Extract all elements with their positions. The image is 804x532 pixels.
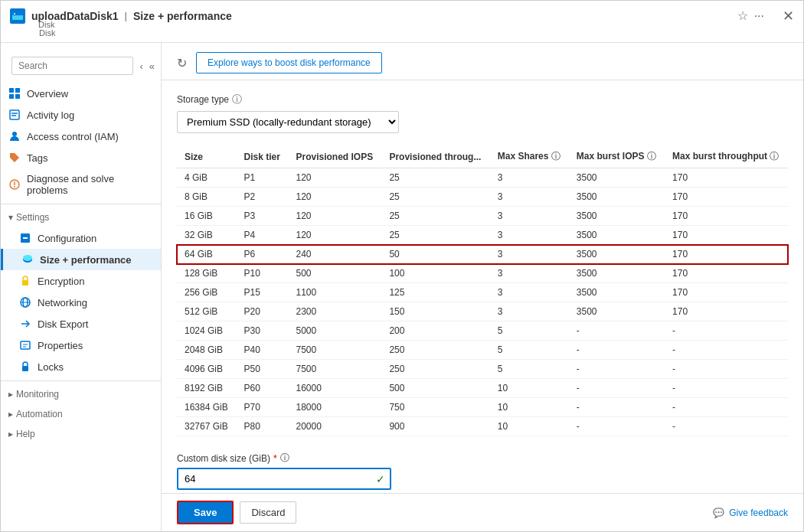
cell-max_burst_iops: 3500 [569,245,665,264]
save-button[interactable]: Save [177,501,234,524]
svg-rect-18 [22,280,28,286]
table-row[interactable]: 8192 GiBP601600050010-- [177,379,788,398]
size-icon [21,253,34,266]
page-title: Size + performance [133,10,232,22]
sidebar-item-tags[interactable]: Tags [1,147,161,168]
chevron-right-icon: ▸ [8,409,13,419]
resource-type-bar: Disk [1,28,803,43]
cell-size: 4096 GiB [177,360,236,379]
max-burst-throughput-info-icon[interactable]: ⓘ [770,151,779,162]
table-body: 4 GiBP112025335001708 GiBP21202533500170… [177,168,788,436]
storage-type-label: Storage type ⓘ [177,93,788,106]
cell-max_burst_throughput: 170 [665,302,788,321]
resource-type: Disk [38,20,54,29]
cell-max_shares: 3 [490,226,569,245]
locks-icon [19,361,31,373]
cell-size: 32767 GiB [177,417,236,436]
feedback-label: Give feedback [729,508,788,518]
table-row[interactable]: 16384 GiBP701800075010-- [177,398,788,417]
feedback-icon: 💬 [713,508,724,518]
chevron-down-icon: ▾ [8,212,13,223]
sidebar-item-properties[interactable]: Properties [1,335,161,356]
table-row[interactable]: 512 GiBP20230015033500170 [177,302,788,321]
table-row[interactable]: 256 GiBP15110012533500170 [177,283,788,302]
cell-provisioned_throughput: 750 [381,398,489,417]
content-topbar: ↻ Explore ways to boost disk performance [162,43,803,80]
sidebar-group-help[interactable]: ▸ Help [1,424,161,444]
storage-type-select[interactable]: Premium SSD (locally-redundant storage) … [177,111,399,133]
sidebar-top: ‹ « [1,49,161,83]
refresh-icon[interactable]: ↻ [177,56,187,70]
sidebar-item-label: Disk Export [38,318,88,330]
table-row[interactable]: 32767 GiBP802000090010-- [177,417,788,436]
table-row[interactable]: 4 GiBP11202533500170 [177,168,788,188]
explore-button[interactable]: Explore ways to boost disk performance [196,52,382,73]
cell-max_burst_iops: 3500 [569,264,665,283]
nav-collapse-icon[interactable]: « [146,57,158,75]
cell-provisioned_iops: 7500 [288,360,381,379]
cell-provisioned_throughput: 100 [381,264,489,283]
performance-table-wrapper: Size Disk tier Provisioned IOPS Provisio… [177,145,788,436]
svg-point-13 [14,186,15,188]
feedback-section[interactable]: 💬 Give feedback [713,508,788,518]
cell-size: 32 GiB [177,226,236,245]
sidebar-group-settings[interactable]: ▾ Settings [1,207,161,227]
cell-max_burst_iops: 3500 [569,168,665,188]
sidebar-item-locks[interactable]: Locks [1,356,161,377]
table-row[interactable]: 8 GiBP21202533500170 [177,188,788,207]
sidebar-item-overview[interactable]: Overview [1,83,161,104]
sidebar-item-diagnose[interactable]: Diagnose and solve problems [1,168,161,201]
cell-provisioned_iops: 120 [288,188,381,207]
discard-button[interactable]: Discard [240,501,296,524]
search-input[interactable] [11,57,133,75]
table-row[interactable]: 16 GiBP31202533500170 [177,207,788,226]
table-row[interactable]: 2048 GiBP4075002505-- [177,341,788,360]
cell-provisioned_throughput: 25 [381,168,489,188]
cell-max_burst_iops: 3500 [569,226,665,245]
sidebar-item-activity-log[interactable]: Activity log [1,104,161,126]
cell-max_shares: 5 [490,321,569,341]
table-row[interactable]: 32 GiBP41202533500170 [177,226,788,245]
storage-type-info-icon[interactable]: ⓘ [232,93,242,106]
sidebar-item-label: Configuration [38,233,96,244]
table-row[interactable]: 1024 GiBP3050002005-- [177,321,788,341]
cell-max_burst_iops: 3500 [569,302,665,321]
cell-max_shares: 3 [490,302,569,321]
sidebar-item-encryption[interactable]: Encryption [1,270,161,292]
sidebar-group-monitoring[interactable]: ▸ Monitoring [1,384,161,404]
cell-max_shares: 3 [490,188,569,207]
table-row[interactable]: 64 GiBP62405033500170 [177,245,788,264]
custom-disk-size-section: Custom disk size (GiB) * ⓘ ✓ [177,452,788,490]
cell-size: 1024 GiB [177,321,236,341]
custom-disk-size-label: Custom disk size (GiB) * ⓘ [177,452,788,465]
max-burst-iops-info-icon[interactable]: ⓘ [647,151,656,162]
custom-disk-size-input[interactable] [177,468,391,490]
cell-provisioned_throughput: 150 [381,302,489,321]
sidebar-item-label: Access control (IAM) [27,131,119,142]
sidebar-item-size-performance[interactable]: Size + performance [1,249,161,270]
sidebar-item-networking[interactable]: Networking [1,292,161,313]
cell-max_shares: 10 [490,398,569,417]
sidebar-item-disk-export[interactable]: Disk Export [1,313,161,335]
svg-rect-3 [9,88,14,93]
sidebar-item-label: Properties [38,340,83,351]
custom-disk-info-icon[interactable]: ⓘ [280,452,289,465]
table-row[interactable]: 128 GiBP1050010033500170 [177,264,788,283]
main-layout: ‹ « Overview Activity log [1,43,803,531]
sidebar-item-label: Diagnose and solve problems [27,173,153,196]
cell-max_shares: 5 [490,341,569,360]
table-row[interactable]: 4096 GiBP5075002505-- [177,360,788,379]
cell-provisioned_iops: 1100 [288,283,381,302]
close-icon[interactable]: ✕ [783,8,794,24]
max-shares-info-icon[interactable]: ⓘ [551,151,561,162]
sidebar-item-configuration[interactable]: Configuration [1,227,161,249]
sidebar-item-iam[interactable]: Access control (IAM) [1,126,161,147]
svg-rect-22 [21,341,30,349]
more-icon[interactable]: ··· [754,9,764,23]
nav-back-icon[interactable]: ‹ [136,57,145,75]
cell-max_burst_throughput: 170 [665,245,788,264]
favorite-icon[interactable]: ☆ [737,8,748,23]
sidebar-group-automation[interactable]: ▸ Automation [1,404,161,424]
cell-max_shares: 5 [490,360,569,379]
footer: Save Discard 💬 Give feedback [162,493,803,531]
